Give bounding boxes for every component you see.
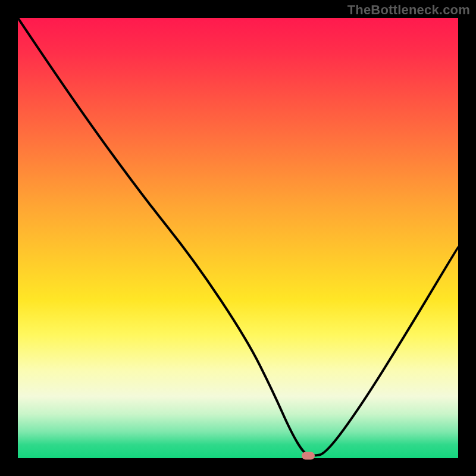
watermark-text: TheBottleneck.com [347, 2, 470, 18]
curve-path [18, 18, 458, 455]
chart-frame: TheBottleneck.com [0, 0, 476, 476]
plot-area [18, 18, 458, 458]
optimal-marker [302, 452, 315, 460]
bottleneck-curve [18, 18, 458, 458]
